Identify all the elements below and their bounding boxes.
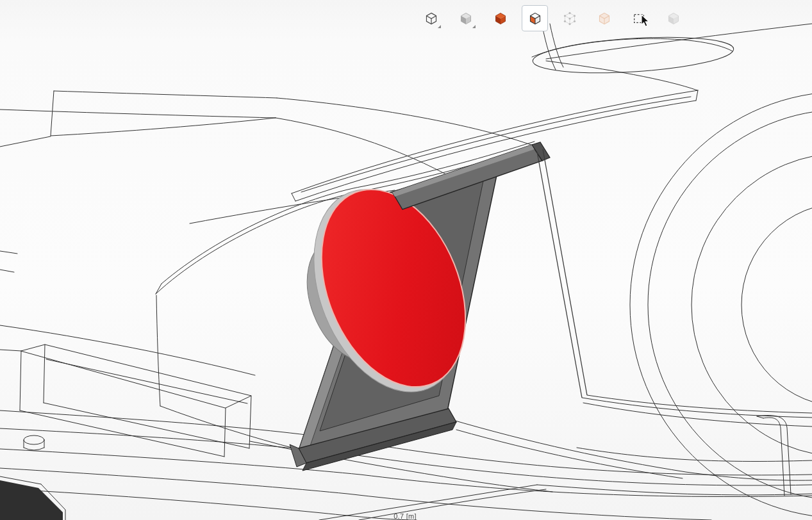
view-mode-shaded-button[interactable]	[452, 5, 479, 31]
edges-orange-cube-icon	[528, 12, 542, 26]
cad-application-window: 0.7 [m]	[0, 0, 812, 520]
view-mode-translucent-button[interactable]	[591, 5, 617, 31]
isolate-cube-icon	[667, 12, 681, 26]
viewport-3d[interactable]	[0, 0, 812, 520]
wireframe-corner-solid	[0, 480, 63, 520]
wireframe-cube-icon	[424, 12, 438, 26]
shaded-gray-cube-icon	[459, 12, 473, 26]
box-select-icon	[632, 12, 646, 26]
view-mode-shaded-edges-button[interactable]	[487, 5, 513, 31]
part-support-arm	[537, 149, 587, 398]
view-mode-hidden-edges-button[interactable]	[522, 5, 548, 31]
scale-label: 0.7 [m]	[365, 512, 445, 520]
shaded-orange-cube-icon	[493, 12, 508, 26]
selected-part[interactable]	[286, 142, 587, 471]
box-select-button[interactable]	[626, 5, 652, 31]
view-mode-vertices-button[interactable]	[556, 5, 583, 31]
view-mode-wireframe-button[interactable]	[418, 5, 444, 31]
view-mode-toolbar	[418, 5, 686, 31]
vertices-cube-icon	[563, 12, 577, 26]
isolate-button[interactable]	[660, 5, 686, 31]
translucent-cube-icon	[597, 12, 611, 26]
scale-indicator: 0.7 [m]	[365, 512, 445, 520]
